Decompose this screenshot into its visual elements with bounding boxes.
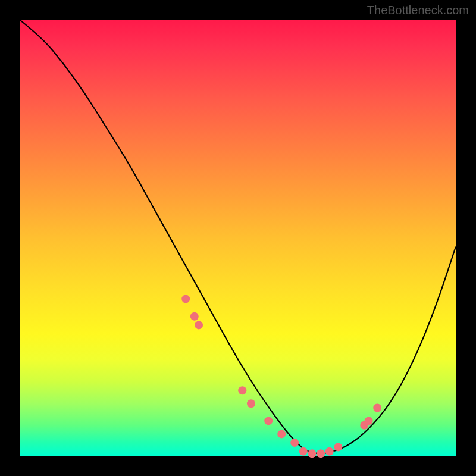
data-marker [238,386,246,394]
data-marker [247,399,255,408]
marker-group [181,295,381,458]
data-marker [190,312,199,321]
data-marker [181,295,190,303]
data-marker [325,447,334,456]
data-marker [264,416,273,425]
data-marker [317,449,325,458]
watermark-text: TheBottleneck.com [367,4,469,17]
data-marker [290,439,299,447]
bottleneck-curve [20,20,456,453]
data-marker [373,404,381,412]
data-marker [334,443,342,451]
data-marker [365,416,373,425]
chart-plot-area [20,20,456,456]
data-marker [277,430,286,438]
data-marker [299,447,308,456]
data-marker [308,449,316,458]
chart-svg [20,20,456,456]
data-marker [195,321,203,329]
